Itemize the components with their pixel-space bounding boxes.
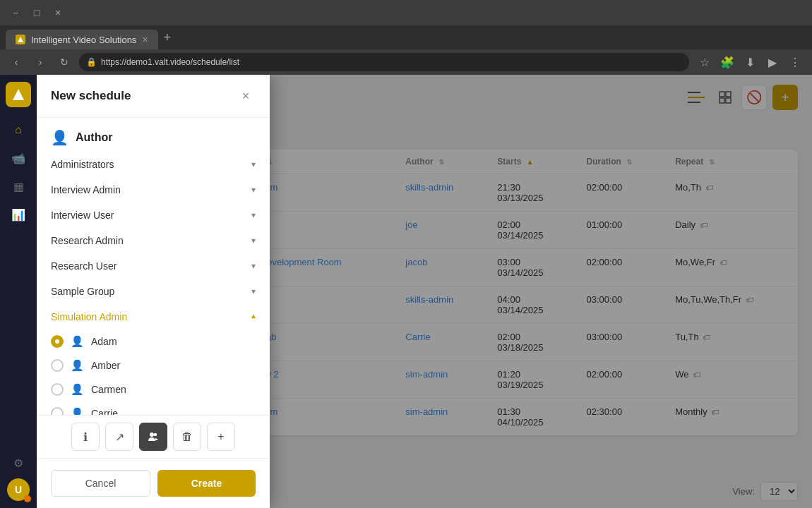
- group-item-sample-group[interactable]: Sample Group ▾: [42, 279, 264, 304]
- author-icon: 👤: [51, 129, 68, 146]
- group-label-interview-user: Interview User: [51, 210, 114, 221]
- svg-marker-0: [18, 37, 23, 42]
- chevron-research-user: ▾: [251, 261, 256, 271]
- app-logo: [6, 82, 31, 107]
- group-label-interview-admin: Interview Admin: [51, 184, 121, 195]
- user-icon-carmen: 👤: [71, 383, 84, 396]
- svg-point-3: [154, 433, 157, 436]
- media-button[interactable]: ▶: [763, 52, 782, 72]
- radio-adam[interactable]: [51, 335, 64, 348]
- sidebar-item-analytics[interactable]: 📊: [6, 202, 31, 227]
- group-item-research-admin[interactable]: Research Admin ▾: [42, 228, 264, 253]
- chevron-sample-group: ▾: [251, 286, 256, 296]
- author-header: 👤 Author: [51, 129, 256, 146]
- modal-close-button[interactable]: ×: [236, 86, 256, 106]
- add-tool-button[interactable]: +: [207, 423, 235, 451]
- user-name-amber: Amber: [91, 360, 120, 371]
- notification-dot: [24, 495, 31, 502]
- close-btn[interactable]: ×: [49, 4, 66, 21]
- download-button[interactable]: ⬇: [740, 52, 760, 72]
- group-item-administrators[interactable]: Administrators ▾: [42, 152, 264, 177]
- main-content: New schedule × 👤 Author Administrators: [37, 75, 812, 508]
- active-tab[interactable]: Intelligent Video Solutions ×: [6, 30, 158, 49]
- cancel-button[interactable]: Cancel: [51, 470, 150, 497]
- group-item-research-user[interactable]: Research User ▾: [42, 253, 264, 279]
- tab-favicon: [16, 35, 25, 44]
- maximize-btn[interactable]: □: [28, 4, 45, 21]
- user-avatar[interactable]: U: [7, 478, 30, 501]
- user-icon-amber: 👤: [71, 359, 84, 372]
- share-tool-button[interactable]: ↗: [105, 423, 133, 451]
- radio-carrie[interactable]: [51, 407, 64, 415]
- user-item-carmen[interactable]: 👤 Carmen: [42, 377, 264, 401]
- chevron-interview-admin: ▾: [251, 185, 256, 195]
- user-item-amber[interactable]: 👤 Amber: [42, 353, 264, 377]
- reload-button[interactable]: ↻: [55, 53, 73, 71]
- app-container: ⌂ 📹 ▦ 📊 ⚙ U New schedule ×: [0, 75, 812, 508]
- sidebar-item-video[interactable]: 📹: [6, 145, 31, 171]
- forward-button[interactable]: ›: [31, 53, 49, 71]
- user-name-carrie: Carrie: [91, 408, 118, 415]
- sidebar: ⌂ 📹 ▦ 📊 ⚙ U: [0, 75, 37, 508]
- new-schedule-modal: New schedule × 👤 Author Administrators: [37, 75, 270, 508]
- group-item-interview-user[interactable]: Interview User ▾: [42, 202, 264, 228]
- extension-button[interactable]: 🧩: [717, 52, 737, 72]
- group-label-simulation-admin: Simulation Admin: [51, 311, 127, 322]
- chevron-simulation-admin: ▾: [251, 312, 256, 322]
- back-button[interactable]: ‹: [7, 53, 25, 71]
- svg-marker-1: [13, 89, 24, 100]
- menu-button[interactable]: ⋮: [785, 52, 805, 72]
- chevron-interview-user: ▾: [251, 210, 256, 220]
- sidebar-item-home[interactable]: ⌂: [6, 117, 31, 143]
- user-icon-adam: 👤: [71, 335, 84, 348]
- chevron-research-admin: ▾: [251, 236, 256, 246]
- radio-amber[interactable]: [51, 359, 64, 372]
- group-label-research-admin: Research Admin: [51, 235, 124, 246]
- modal-footer: Cancel Create: [37, 458, 270, 508]
- address-bar: ‹ › ↻ 🔒 https://demo1.valt.video/schedul…: [0, 49, 812, 75]
- group-item-interview-admin[interactable]: Interview Admin ▾: [42, 177, 264, 202]
- user-item-adam[interactable]: 👤 Adam: [42, 329, 264, 353]
- modal-toolbar: ℹ ↗ 🗑 +: [37, 415, 270, 458]
- tab-bar: Intelligent Video Solutions × +: [0, 25, 812, 49]
- modal-overlay: New schedule × 👤 Author Administrators: [37, 75, 812, 508]
- url-bar[interactable]: 🔒 https://demo1.valt.video/schedule/list: [79, 53, 689, 71]
- user-list: 👤 Adam 👤 Amber 👤 Carmen: [37, 329, 270, 415]
- group-label-administrators: Administrators: [51, 159, 114, 170]
- bookmark-button[interactable]: ☆: [695, 52, 715, 72]
- create-button[interactable]: Create: [157, 470, 256, 497]
- group-list: Administrators ▾ Interview Admin ▾ Inter…: [37, 152, 270, 329]
- user-item-carrie[interactable]: 👤 Carrie: [42, 401, 264, 415]
- user-icon-carrie: 👤: [71, 407, 84, 415]
- new-tab-button[interactable]: +: [158, 26, 177, 49]
- modal-header: New schedule ×: [37, 75, 270, 118]
- group-label-sample-group: Sample Group: [51, 286, 114, 297]
- user-name-adam: Adam: [91, 336, 117, 347]
- sidebar-item-chart[interactable]: ▦: [6, 174, 31, 199]
- modal-body: 👤 Author Administrators ▾ Interview Admi…: [37, 118, 270, 415]
- sidebar-item-settings[interactable]: ⚙: [6, 450, 31, 476]
- author-label: Author: [76, 131, 112, 144]
- user-name-carmen: Carmen: [91, 384, 126, 395]
- svg-point-2: [150, 433, 154, 437]
- browser-controls: − □ ×: [7, 4, 66, 21]
- users-tool-button[interactable]: [139, 423, 167, 451]
- modal-title: New schedule: [51, 89, 131, 103]
- info-tool-button[interactable]: ℹ: [71, 423, 100, 451]
- group-item-simulation-admin[interactable]: Simulation Admin ▾: [42, 304, 264, 329]
- radio-carmen[interactable]: [51, 383, 64, 396]
- tab-close-icon[interactable]: ×: [142, 34, 148, 45]
- author-section: 👤 Author: [37, 118, 270, 152]
- browser-actions: ☆ 🧩 ⬇ ▶ ⋮: [695, 52, 805, 72]
- minimize-btn[interactable]: −: [7, 4, 24, 21]
- browser-bar: − □ ×: [0, 0, 812, 25]
- url-text: https://demo1.valt.video/schedule/list: [101, 57, 239, 67]
- group-label-research-user: Research User: [51, 260, 117, 272]
- chevron-administrators: ▾: [251, 159, 256, 169]
- tab-title: Intelligent Video Solutions: [31, 35, 136, 45]
- delete-tool-button[interactable]: 🗑: [173, 423, 201, 451]
